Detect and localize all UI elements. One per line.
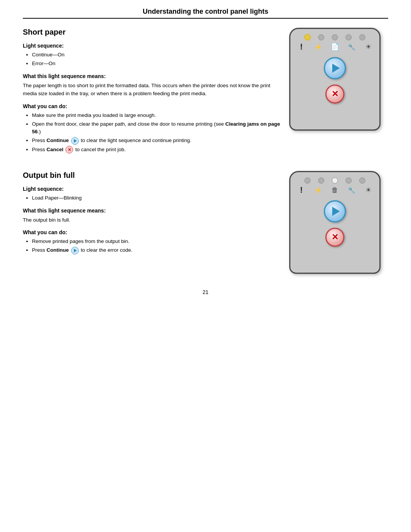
cancel-x-icon: ✕ <box>331 89 338 99</box>
list-item: Open the front door, clear the paper pat… <box>32 120 282 136</box>
toner-icon-2: ⚡ <box>312 187 324 194</box>
list-item: Remove printed pages from the output bin… <box>32 238 282 245</box>
short-paper-what-means-text: The paper length is too short to print t… <box>23 81 282 98</box>
continue-button-panel <box>324 57 346 79</box>
printer-panel-1: ! ⚡ 📄 🔧 ☀ ✕ <box>289 28 381 131</box>
toner-icon: ⚡ <box>312 43 324 51</box>
light-dot-5b <box>359 177 365 184</box>
continue-button-panel-2 <box>324 200 346 222</box>
short-paper-panel-image: ! ⚡ 📄 🔧 ☀ ✕ <box>289 28 388 156</box>
list-item: Press Continue to clear the error code. <box>32 246 282 254</box>
light-dot-3b <box>332 177 338 184</box>
light-dot-2 <box>318 34 324 40</box>
error-icon: ! <box>296 42 307 52</box>
short-paper-title: Short paper <box>23 28 282 37</box>
output-bin-text: Output bin full Light sequence: Load Pap… <box>23 171 282 274</box>
list-item: Load Paper—Blinking <box>32 194 282 202</box>
list-item: Make sure the print media you loaded is … <box>32 112 282 119</box>
page-title-section: Understanding the control panel lights <box>23 8 388 19</box>
cancel-button-icon-inline: ✕ <box>65 146 73 153</box>
printer-panel-2: ! ⚡ 🗑 🔧 ☀ ✕ <box>289 171 381 274</box>
output-bin-light-sequence-label: Light sequence: <box>23 186 282 192</box>
light-row-2 <box>304 177 365 184</box>
light-dot-1b <box>304 177 311 184</box>
output-bin-light-sequence-list: Load Paper—Blinking <box>32 194 282 202</box>
light-dot-4b <box>346 177 352 184</box>
list-item: Press Continue to clear the light sequen… <box>32 137 282 144</box>
list-item: Continue—On <box>32 51 282 59</box>
light-row-1 <box>304 34 365 40</box>
short-paper-what-means-label: What this light sequence means: <box>23 73 282 79</box>
output-bin-what-means-label: What this light sequence means: <box>23 208 282 214</box>
list-item: Error—On <box>32 60 282 67</box>
light-dot-5 <box>359 34 365 40</box>
page-container: Understanding the control panel lights S… <box>0 0 411 532</box>
continue-arrow-icon-2 <box>332 207 340 216</box>
short-paper-light-sequence-list: Continue—On Error—On <box>32 51 282 68</box>
light-dot-3 <box>332 34 338 40</box>
error-icon-2: ! <box>296 185 307 195</box>
light-dot-2b <box>318 177 324 184</box>
continue-arrow-icon <box>332 64 340 73</box>
continue-button-icon-inline <box>71 137 79 145</box>
output-bin-what-means-text: The output bin is full. <box>23 216 282 224</box>
short-paper-what-you-can-do-list: Make sure the print media you loaded is … <box>32 112 282 154</box>
output-bin-full-section: Output bin full Light sequence: Load Pap… <box>23 171 388 274</box>
short-paper-what-you-can-do-label: What you can do: <box>23 103 282 109</box>
icon-row-1: ! ⚡ 📄 🔧 ☀ <box>296 42 374 52</box>
paper-icon-2: 🗑 <box>329 186 341 194</box>
toner2-icon: 🔧 <box>346 43 357 51</box>
page-title: Understanding the control panel lights <box>23 8 388 19</box>
toner2-icon-2: 🔧 <box>346 187 357 194</box>
output-bin-what-you-can-do-list: Remove printed pages from the output bin… <box>32 238 282 254</box>
output-bin-what-you-can-do-label: What you can do: <box>23 229 282 235</box>
icon-row-2: ! ⚡ 🗑 🔧 ☀ <box>296 185 374 195</box>
output-bin-panel-image: ! ⚡ 🗑 🔧 ☀ ✕ <box>289 171 388 274</box>
light-dot-4 <box>346 34 352 40</box>
ready-icon-2: ☀ <box>363 186 374 194</box>
cancel-button-panel: ✕ <box>325 85 344 104</box>
output-bin-title: Output bin full <box>23 171 282 180</box>
ready-icon: ☀ <box>363 43 374 51</box>
page-number: 21 <box>23 289 388 295</box>
short-paper-section: Short paper Light sequence: Continue—On … <box>23 28 388 156</box>
cancel-button-panel-2: ✕ <box>325 228 344 247</box>
list-item: Press Cancel ✕ to cancel the print job. <box>32 146 282 153</box>
short-paper-light-sequence-label: Light sequence: <box>23 43 282 49</box>
continue-button-icon-inline-2 <box>71 247 79 254</box>
short-paper-text: Short paper Light sequence: Continue—On … <box>23 28 282 156</box>
light-dot-1 <box>304 34 311 40</box>
paper-icon: 📄 <box>329 43 341 51</box>
cancel-x-icon-2: ✕ <box>331 232 338 242</box>
